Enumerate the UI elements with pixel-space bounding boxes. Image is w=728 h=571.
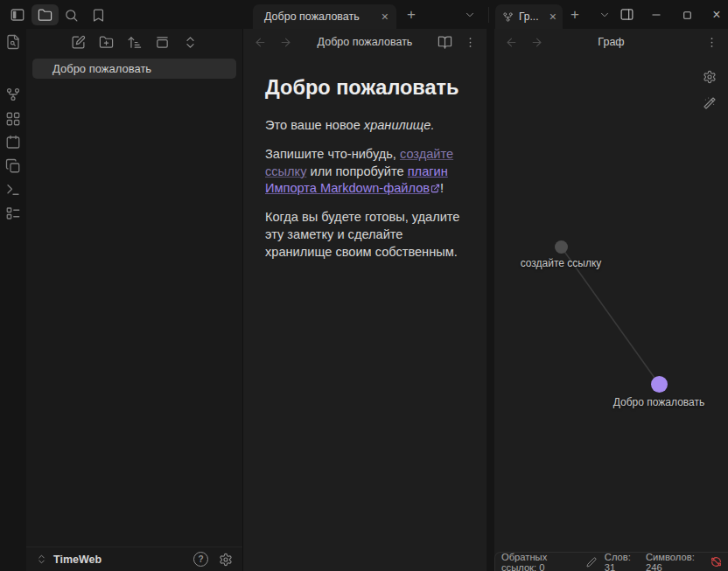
more-options-icon[interactable] [464,36,477,49]
status-bar: Обратных ссылок: 0 Слов: 31 Символов: 24… [494,552,728,571]
tab-list-chevron-icon[interactable] [598,9,611,21]
tab-close-icon[interactable]: × [374,10,396,24]
titlebar: Добро пожаловать × + Гр... × + × [0,0,728,29]
tab-editor[interactable]: Добро пожаловать × [253,4,396,29]
canvas-grid-icon[interactable] [5,111,21,127]
search-icon [64,8,79,23]
note-content: Добро пожаловать Это ваше новое хранилищ… [243,74,486,261]
graph-canvas[interactable]: создайте ссылкуДобро пожаловать [494,55,728,552]
external-link-icon [430,184,440,193]
tab-editor-title: Добро пожаловать [253,10,360,23]
obsidian-window: Добро пожаловать × + Гр... × + × [0,0,728,571]
graph-wand-icon[interactable] [703,96,717,110]
toggle-right-sidebar-icon[interactable] [620,7,634,22]
note-title: Добро пожаловать [265,74,465,101]
note-paragraph: Запишите что-нибудь, создайте ссылку или… [265,146,465,198]
editor-pane: Добро пожаловать Добро пожаловать Это ва… [243,29,486,571]
quick-switcher-icon[interactable] [5,34,21,50]
window-minimize-icon[interactable] [648,6,665,24]
vault-switcher[interactable]: TimeWeb [36,554,102,566]
tab-graph[interactable]: Гр... × [495,4,563,29]
new-tab-icon[interactable]: + [570,7,579,22]
new-tab-icon[interactable]: + [407,7,416,22]
expand-collapse-all-icon[interactable] [183,35,198,50]
file-item[interactable]: Добро пожаловать [32,59,236,79]
terminal-icon[interactable] [5,182,21,198]
reading-mode-icon[interactable] [438,35,452,50]
bookmark-icon [91,8,106,23]
word-count: Слов: 31 [605,552,638,571]
graph-pane: Граф создайте ссылкуДобро пожаловать Обр… [494,29,728,571]
tab-list-chevron-icon[interactable] [464,9,476,21]
char-count: Символов: 246 [646,552,703,571]
graph-view-icon[interactable] [5,87,21,102]
new-folder-icon[interactable] [99,35,114,50]
tasks-list-icon[interactable] [5,205,21,221]
sidebar-tab-files[interactable] [32,4,59,25]
graph-edges [494,55,728,552]
sync-error-icon[interactable] [710,556,722,568]
backlinks-count[interactable]: Обратных ссылок: 0 [501,552,578,571]
sort-order-icon[interactable] [127,35,142,50]
graph-node-label: создайте ссылку [521,257,602,269]
vault-name: TimeWeb [53,554,102,566]
graph-node[interactable] [651,376,668,393]
templates-copy-icon[interactable] [5,158,21,174]
window-maximize-icon[interactable] [678,6,696,24]
graph-view-header: Граф [494,29,728,55]
explorer-header [26,29,242,55]
left-ribbon [0,29,26,571]
more-options-icon[interactable] [705,36,718,49]
daily-note-calendar-icon[interactable] [5,135,21,150]
graph-node[interactable] [555,240,568,254]
git-fork-icon [502,11,514,23]
toggle-left-sidebar-icon[interactable] [10,7,25,23]
help-icon[interactable]: ? [193,552,208,567]
sidebar-tab-search[interactable] [64,8,79,23]
collapse-panel-icon[interactable] [155,35,170,50]
graph-tools [703,70,717,110]
edit-pencil-icon[interactable] [586,557,597,568]
tab-close-icon[interactable]: × [543,10,563,24]
explorer-footer: TimeWeb ? [26,547,242,571]
graph-settings-gear-icon[interactable] [703,70,717,84]
new-note-icon[interactable] [71,35,86,50]
graph-header-title: Граф [494,29,728,55]
chevrons-up-down-icon [36,554,47,565]
note-paragraph: Это ваше новое хранилище. [265,117,465,135]
settings-gear-icon[interactable] [219,553,233,567]
window-close-icon[interactable]: × [708,6,725,24]
editor-view-header: Добро пожаловать [243,29,486,55]
tab-graph-title: Гр... [514,10,539,23]
folder-icon [38,8,52,23]
sidebar-tab-bookmarks[interactable] [91,8,106,23]
graph-node-label: Добро пожаловать [613,396,704,408]
file-explorer-pane: Добро пожаловать TimeWeb ? [26,29,243,571]
note-paragraph: Когда вы будете готовы, удалите эту заме… [265,209,465,261]
